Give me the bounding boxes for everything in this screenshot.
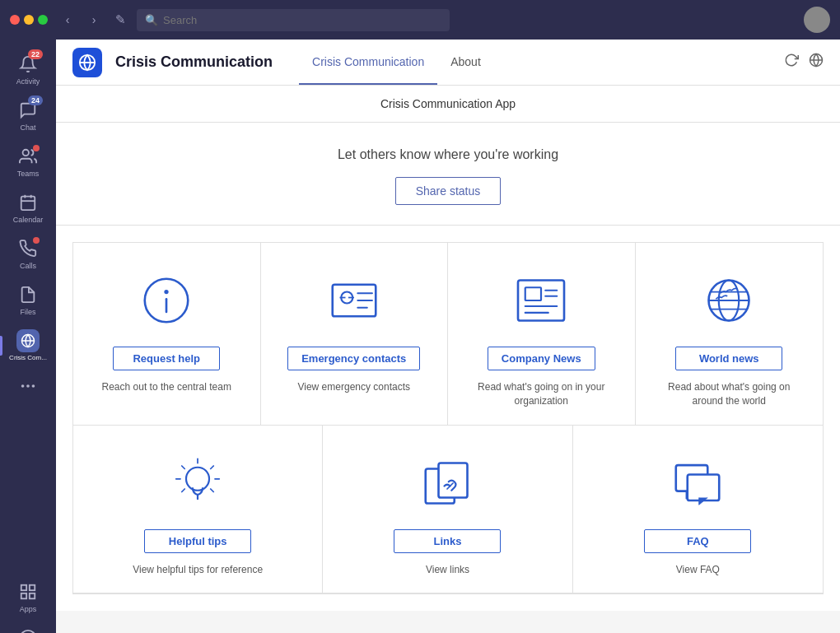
svg-line-48 [211, 489, 214, 492]
sidebar-label-chat: Chat [20, 123, 35, 132]
sidebar: 22 Activity 24 Chat [0, 40, 56, 633]
emergency-contacts-icon [321, 268, 387, 333]
sidebar-label-calendar: Calendar [13, 216, 44, 224]
content-area: Crisis Communication App Let others know… [56, 86, 840, 633]
help-icon [16, 626, 40, 633]
calls-icon [16, 237, 40, 260]
teams-badge [33, 145, 40, 151]
svg-rect-54 [688, 474, 720, 500]
sidebar-item-help[interactable]: Help [0, 620, 56, 633]
inner-title: Crisis Communication App [380, 97, 516, 110]
faq-desc: View FAQ [676, 563, 720, 577]
emergency-contacts-desc: View emergency contacts [297, 380, 410, 394]
request-help-icon [133, 268, 199, 333]
sidebar-item-apps[interactable]: Apps [0, 574, 56, 620]
faq-button[interactable]: FAQ [644, 529, 751, 553]
svg-point-41 [186, 467, 209, 490]
world-news-desc: Read about what's going on around the wo… [652, 380, 807, 408]
more-icon [16, 375, 40, 398]
cards-grid-top: Request help Reach out to the central te… [72, 242, 824, 426]
card-request-help: Request help Reach out to the central te… [73, 243, 261, 426]
header-actions [784, 53, 824, 72]
svg-point-8 [26, 384, 30, 388]
world-news-icon [696, 268, 762, 333]
sidebar-item-chat[interactable]: 24 Chat [0, 92, 56, 138]
refresh-button[interactable] [784, 53, 799, 72]
company-news-button[interactable]: Company News [488, 347, 595, 370]
sidebar-label-teams: Teams [17, 170, 40, 178]
svg-line-44 [211, 466, 214, 469]
back-button[interactable]: ‹ [58, 10, 77, 30]
title-bar: ‹ › ✎ 🔍 [0, 0, 840, 40]
apps-icon [16, 580, 40, 603]
request-help-button[interactable]: Request help [113, 347, 220, 370]
sidebar-label-apps: Apps [20, 605, 37, 613]
sidebar-label-files: Files [20, 308, 35, 316]
sidebar-item-more[interactable] [0, 368, 56, 404]
traffic-lights [10, 15, 48, 25]
helpful-tips-icon [165, 450, 231, 516]
sidebar-label-crisis: Crisis Com... [9, 354, 47, 361]
card-helpful-tips: Helpful tips View helpful tips for refer… [73, 426, 323, 594]
sidebar-item-calendar[interactable]: Calendar [0, 184, 56, 230]
sidebar-item-teams[interactable]: Teams [0, 138, 56, 184]
cards-section: Request help Reach out to the central te… [56, 225, 840, 611]
links-desc: View links [426, 563, 469, 577]
avatar [804, 7, 830, 33]
sidebar-label-calls: Calls [20, 262, 36, 270]
helpful-tips-desc: View helpful tips for reference [133, 563, 263, 577]
faq-icon [665, 450, 730, 516]
emergency-contacts-button[interactable]: Emergency contacts [287, 347, 420, 370]
teams-icon [16, 145, 40, 168]
company-news-icon [508, 268, 574, 333]
company-news-desc: Read what's going on in your organizatio… [464, 380, 618, 408]
activity-icon: 22 [16, 53, 40, 76]
svg-rect-13 [30, 593, 35, 598]
svg-point-7 [21, 384, 25, 388]
sidebar-item-calls[interactable]: Calls [0, 230, 56, 277]
app-icon [72, 48, 102, 77]
world-news-button[interactable]: World news [675, 347, 782, 370]
minimize-dot[interactable] [24, 15, 34, 25]
svg-line-45 [182, 466, 185, 469]
close-dot[interactable] [10, 15, 20, 25]
compose-button[interactable]: ✎ [110, 10, 130, 30]
sidebar-item-files[interactable]: Files [0, 277, 56, 323]
globe-button[interactable] [809, 53, 824, 72]
card-faq: FAQ View FAQ [573, 426, 823, 594]
svg-rect-11 [30, 585, 35, 590]
svg-rect-10 [21, 585, 26, 590]
main-area: Crisis Communication Crisis Communicatio… [56, 40, 840, 633]
tab-about[interactable]: About [437, 40, 494, 85]
sidebar-item-activity[interactable]: 22 Activity [0, 46, 56, 92]
tab-crisis-communication[interactable]: Crisis Communication [299, 40, 437, 85]
hero-section: Let others know where you're working Sha… [56, 123, 840, 225]
app-tabs: Crisis Communication About [299, 40, 494, 85]
request-help-desc: Reach out to the central team [102, 380, 231, 394]
card-links: Links View links [323, 426, 572, 594]
activity-badge: 22 [28, 49, 43, 59]
inner-header: Crisis Communication App [56, 86, 840, 123]
card-emergency-contacts: Emergency contacts View emergency contac… [261, 243, 449, 426]
app-header: Crisis Communication Crisis Communicatio… [56, 40, 840, 86]
svg-rect-31 [525, 287, 541, 300]
search-input[interactable] [137, 9, 450, 31]
svg-rect-1 [21, 197, 35, 211]
links-icon [414, 450, 480, 516]
share-status-button[interactable]: Share status [395, 177, 502, 205]
svg-point-9 [32, 384, 35, 388]
helpful-tips-button[interactable]: Helpful tips [144, 529, 251, 553]
chat-icon: 24 [16, 99, 40, 122]
forward-button[interactable]: › [84, 10, 104, 30]
files-icon [16, 283, 40, 306]
svg-point-21 [165, 290, 169, 294]
card-world-news: World news Read about what's going on ar… [636, 243, 824, 426]
app-title: Crisis Communication [115, 54, 273, 71]
links-button[interactable]: Links [394, 529, 501, 553]
sidebar-item-crisis[interactable]: Crisis Com... [0, 323, 56, 368]
card-company-news: Company News Read what's going on in you… [448, 243, 636, 426]
maximize-dot[interactable] [38, 15, 48, 25]
crisis-icon [16, 329, 40, 352]
hero-text: Let others know where you're working [72, 147, 824, 162]
calendar-icon [16, 191, 40, 214]
